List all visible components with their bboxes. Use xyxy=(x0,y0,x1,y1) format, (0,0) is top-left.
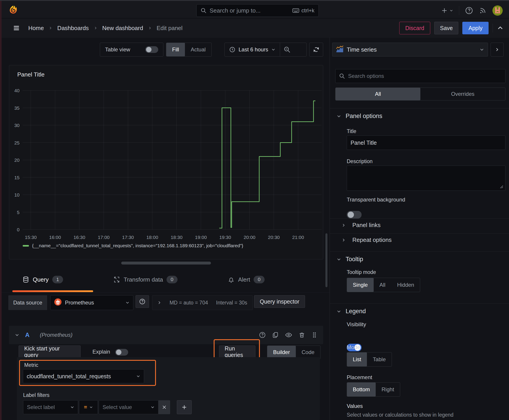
time-range-picker[interactable]: Last 6 hours xyxy=(225,46,280,53)
explain-toggle[interactable] xyxy=(115,349,128,356)
breadcrumb-dashboards[interactable]: Dashboards xyxy=(57,25,89,32)
select-label-dropdown[interactable]: Select label xyxy=(23,400,78,414)
table-view-control: Table view xyxy=(100,43,163,57)
options-scope-switch: All Overrides xyxy=(335,88,505,100)
fill-option[interactable]: Fill xyxy=(166,43,185,56)
tab-transform-data[interactable]: Transform data 0 xyxy=(113,268,177,291)
code-option[interactable]: Code xyxy=(296,346,320,359)
tooltip-single[interactable]: Single xyxy=(347,278,374,292)
visualization-picker[interactable]: Time series xyxy=(332,43,488,57)
datasource-help-button[interactable] xyxy=(136,295,149,308)
remove-filter-button[interactable] xyxy=(159,400,170,414)
svg-text:20:00: 20:00 xyxy=(243,235,255,240)
actual-option[interactable]: Actual xyxy=(185,43,212,56)
help-icon[interactable] xyxy=(465,7,473,15)
svg-text:20: 20 xyxy=(14,158,20,163)
tooltip-hidden[interactable]: Hidden xyxy=(391,278,420,292)
svg-text:15:30: 15:30 xyxy=(25,235,37,240)
resize-handle-icon[interactable] xyxy=(500,185,503,189)
metric-value: cloudflared_tunnel_total_requests xyxy=(27,373,111,380)
panel-title-input[interactable]: Panel Title xyxy=(347,135,505,150)
builder-code-switch: Builder Code xyxy=(267,345,320,359)
time-series-chart[interactable]: 051015202530354015:3016:0016:3017:0017:3… xyxy=(9,80,323,257)
query-datasource-name: (Prometheus) xyxy=(40,332,73,338)
svg-text:10: 10 xyxy=(14,192,20,197)
tab-query[interactable]: Query 1 xyxy=(23,268,63,291)
menu-hamburger-icon[interactable] xyxy=(13,24,20,32)
query-inspector-button[interactable]: Query inspector xyxy=(254,295,305,308)
svg-text:0: 0 xyxy=(17,227,20,232)
query-help-icon[interactable] xyxy=(259,332,266,338)
breadcrumb-new-dashboard[interactable]: New dashboard xyxy=(102,25,143,32)
select-value-dropdown[interactable]: Select value xyxy=(99,400,159,414)
tooltip-all[interactable]: All xyxy=(374,278,391,292)
collapse-query-icon[interactable] xyxy=(9,333,25,337)
add-filter-button[interactable] xyxy=(177,400,192,414)
legend-mode-list[interactable]: List xyxy=(347,352,367,366)
search-options-input[interactable]: Search options xyxy=(335,69,505,83)
placement-label: Placement xyxy=(347,374,372,381)
query-row-header[interactable]: A (Prometheus) xyxy=(9,326,323,344)
placement-right[interactable]: Right xyxy=(376,382,400,397)
refresh-button[interactable] xyxy=(309,43,323,57)
add-new-button[interactable] xyxy=(441,7,453,14)
panel-links-section[interactable]: Panel links xyxy=(342,222,381,229)
tab-alert[interactable]: Alert 0 xyxy=(228,268,265,291)
breadcrumb-home[interactable]: Home xyxy=(28,25,44,32)
chevron-down-icon xyxy=(70,405,74,409)
table-view-toggle[interactable] xyxy=(145,46,158,53)
svg-text:30: 30 xyxy=(14,123,20,128)
chevron-right-icon xyxy=(342,223,346,227)
repeat-options-section[interactable]: Repeat options xyxy=(342,236,392,243)
save-button[interactable]: Save xyxy=(434,22,458,34)
query-options-summary[interactable]: MD = auto = 704 Interval = 30s xyxy=(152,295,253,310)
series-legend-label: {__name__="cloudflared_tunnel_total_requ… xyxy=(32,243,243,248)
panel-options-section[interactable]: Panel options xyxy=(337,113,382,120)
global-search[interactable]: Search or jump to... ctrl+k xyxy=(196,4,319,17)
apply-button[interactable]: Apply xyxy=(462,22,489,34)
timeseries-viz-icon xyxy=(336,45,344,54)
description-textarea[interactable] xyxy=(347,165,505,191)
discard-button[interactable]: Discard xyxy=(399,22,430,34)
news-rss-icon[interactable] xyxy=(479,7,486,14)
legend-placement-switch: Bottom Right xyxy=(347,382,400,397)
duplicate-query-icon[interactable] xyxy=(272,332,279,338)
legend-mode-table[interactable]: Table xyxy=(367,352,391,366)
bell-icon xyxy=(228,276,235,283)
grafana-edit-panel: Search or jump to... ctrl+k xyxy=(0,0,509,420)
legend-section[interactable]: Legend xyxy=(337,308,366,315)
panel-preview: Panel Title 051015202530354015:3016:0016… xyxy=(9,65,323,259)
svg-text:17:00: 17:00 xyxy=(98,235,110,240)
placement-bottom[interactable]: Bottom xyxy=(347,382,376,397)
delete-query-icon[interactable] xyxy=(298,332,305,338)
chevron-down-icon xyxy=(151,405,155,409)
drag-handle-icon[interactable] xyxy=(311,332,317,338)
svg-text:16:00: 16:00 xyxy=(49,235,61,240)
breadcrumb-current: Edit panel xyxy=(157,25,183,32)
table-view-label: Table view xyxy=(105,46,130,53)
panel-resize-handle[interactable] xyxy=(121,262,211,264)
run-queries-button[interactable]: Run queries xyxy=(219,345,255,358)
tooltip-section[interactable]: Tooltip xyxy=(337,256,363,263)
transparent-bg-toggle[interactable] xyxy=(347,211,362,218)
operator-dropdown[interactable]: = xyxy=(79,400,98,414)
user-avatar[interactable] xyxy=(492,5,503,16)
datasource-picker[interactable]: Prometheus xyxy=(50,295,133,310)
grafana-logo-icon[interactable] xyxy=(8,5,18,16)
metric-select[interactable]: cloudflared_tunnel_total_requests xyxy=(23,369,144,383)
legend-mode-switch: List Table xyxy=(347,352,392,367)
chevron-down-icon xyxy=(337,309,341,314)
kick-start-query-button[interactable]: Kick start your query xyxy=(19,345,81,358)
collapse-options-pane-button[interactable] xyxy=(491,43,504,57)
scope-all[interactable]: All xyxy=(335,88,420,100)
builder-option[interactable]: Builder xyxy=(267,346,296,359)
edit-actions: Discard Save Apply xyxy=(399,19,509,38)
zoom-out-button[interactable] xyxy=(280,46,294,53)
query-ref-id: A xyxy=(25,332,30,338)
series-legend-item[interactable]: {__name__="cloudflared_tunnel_total_requ… xyxy=(23,243,243,248)
scope-overrides[interactable]: Overrides xyxy=(420,88,505,100)
breadcrumb-separator-icon xyxy=(94,26,97,30)
collapse-header-icon[interactable] xyxy=(497,25,504,31)
toggle-visibility-icon[interactable] xyxy=(285,331,292,338)
svg-text:5: 5 xyxy=(17,210,20,215)
